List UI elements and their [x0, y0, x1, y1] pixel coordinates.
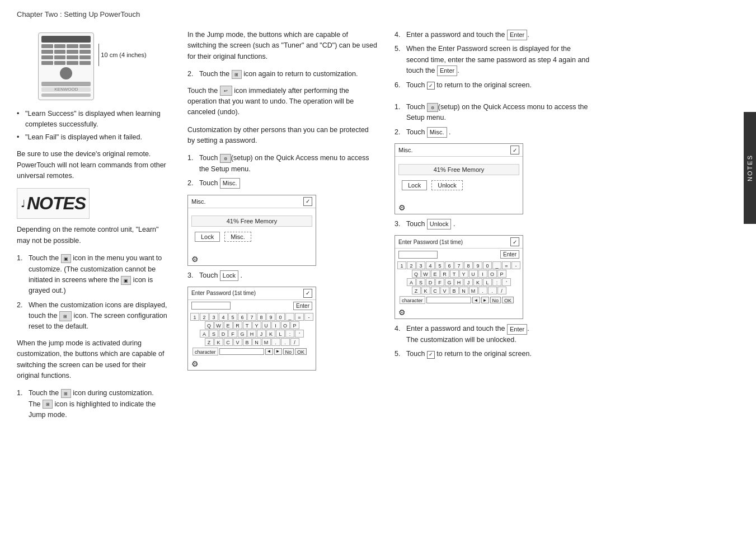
setup-icon-2: ⚙	[427, 103, 438, 112]
paragraph-be-sure: Be sure to use the device's original rem…	[17, 149, 168, 181]
col2-text3: Touch Lock .	[199, 270, 378, 281]
pw-key-p[interactable]: P	[290, 321, 299, 329]
col3-unlock-item2: 2. Touch Misc. .	[395, 127, 593, 138]
side-tab-text: NOTES	[746, 154, 753, 181]
pw-key-b[interactable]: B	[243, 338, 252, 346]
screen3-unlock-btn[interactable]: Unlock	[431, 180, 463, 190]
pw1-input-row: Enter	[188, 300, 316, 312]
pw-key-under[interactable]: _	[285, 313, 294, 321]
screen1-lock-btn[interactable]: Lock	[195, 232, 220, 242]
pw1-title: Enter Password (1st time)	[191, 290, 256, 296]
pw-key-9[interactable]: 9	[266, 313, 275, 321]
pw2-no-btn[interactable]: No	[490, 297, 501, 303]
col3-ul-text1: Touch ⚙(setup) on the Quick Access monu …	[406, 102, 593, 124]
col3-final-text4: Enter a password and touch the Enter.The…	[406, 324, 593, 345]
screen3-lock-btn[interactable]: Lock	[402, 180, 427, 190]
pw2-text-field[interactable]	[426, 297, 471, 303]
pw-right-arrow[interactable]: ►	[274, 348, 282, 355]
pw-key-w[interactable]: W	[214, 321, 223, 329]
pw-key-d[interactable]: D	[219, 330, 228, 338]
pw-key-u[interactable]: U	[262, 321, 271, 329]
pw-key-t[interactable]: T	[243, 321, 252, 329]
col3-item6: 6. Touch ✓ to return to the original scr…	[395, 80, 593, 91]
pw2-header: Enter Password (1st time) ✓	[395, 236, 523, 249]
pw-key-j[interactable]: J	[257, 330, 266, 338]
screen1-header: Misc. ✓	[188, 195, 316, 208]
screen-misc-1: Misc. ✓ 41% Free Memory Lock Misc. ⚙	[187, 195, 316, 266]
pw2-ok-btn[interactable]: OK	[502, 297, 514, 303]
pw-key-8[interactable]: 8	[257, 313, 266, 321]
jump-text-1: Touch the ⊞ icon during customization.Th…	[29, 388, 168, 420]
pw-key-k2[interactable]: K	[214, 338, 223, 346]
pw-key-y[interactable]: Y	[252, 321, 261, 329]
bullet-item-2: • "Lean Fail" is displayed when it faile…	[17, 132, 168, 143]
pw2-enter-btn[interactable]: Enter	[500, 250, 519, 259]
pw2-right-arrow[interactable]: ►	[481, 297, 489, 303]
screen-misc-2: Misc. ✓ 41% Free Memory Lock Unlock ⚙	[395, 143, 523, 214]
numbered-section-1: 1. Touch the ▣ icon in the menu you want…	[17, 253, 168, 332]
pw-left-arrow[interactable]: ◄	[265, 348, 273, 355]
col3-ul-num2: 2.	[395, 127, 403, 138]
pw-key-3[interactable]: 3	[209, 313, 218, 321]
pw1-input[interactable]	[191, 302, 231, 310]
pw-key-q[interactable]: Q	[205, 321, 214, 329]
pw-key-colon[interactable]: :	[285, 330, 294, 338]
pw-key-dot2[interactable]: .	[281, 338, 290, 346]
pw-key-a[interactable]: A	[200, 330, 209, 338]
pw-key-e[interactable]: E	[224, 321, 233, 329]
pw2-input[interactable]	[398, 251, 438, 259]
col3-final-text5: Touch ✓ to return to the original screen…	[406, 349, 593, 359]
pw-key-4[interactable]: 4	[219, 313, 228, 321]
pw2-left-arrow[interactable]: ◄	[472, 297, 480, 303]
col3-text4: Enter a password and touch the Enter.	[406, 30, 593, 40]
pw-key-eq[interactable]: =	[295, 313, 304, 321]
pw-key-6[interactable]: 6	[238, 313, 247, 321]
column-1: KENWOOD 10 cm (4 inches) •	[17, 30, 179, 426]
pw-key-2[interactable]: 2	[200, 313, 209, 321]
col3-numbered-1: 4. Enter a password and touch the Enter.…	[395, 30, 593, 91]
pw-key-dot1[interactable]: .	[271, 338, 280, 346]
bullet-dot-2: •	[17, 132, 22, 143]
col2-num2: 2.	[187, 69, 196, 79]
pw-key-g[interactable]: G	[238, 330, 247, 338]
col2-para2: Touch the ↩ icon immediately after perfo…	[187, 86, 378, 118]
pw-key-o[interactable]: O	[281, 321, 290, 329]
pw1-enter-btn[interactable]: Enter	[293, 302, 312, 310]
pw-key-h[interactable]: H	[247, 330, 256, 338]
pw-char-btn[interactable]: character	[192, 348, 218, 355]
col2-item3: 3. Touch Lock .	[187, 270, 378, 281]
lock-btn-label: Lock	[220, 270, 238, 281]
num-item-2: 2. When the customization icons are disp…	[17, 300, 168, 332]
pw-ok-btn[interactable]: OK	[295, 348, 307, 355]
screen1-misc-btn[interactable]: Misc.	[224, 232, 251, 242]
pw-key-k[interactable]: K	[266, 330, 275, 338]
pw-key-v[interactable]: V	[233, 338, 242, 346]
pw-key-minus[interactable]: -	[304, 313, 313, 321]
col2-text-undo: Touch the ↩ icon immediately after perfo…	[187, 87, 354, 116]
col2-numbered-1: 2. Touch the ⊞ icon again to return to c…	[187, 69, 378, 79]
pw1-keyboard: 1 2 3 4 5 6 7 8 9 0 _ = -	[188, 312, 316, 358]
pw-key-s[interactable]: S	[209, 330, 218, 338]
pw-key-f[interactable]: F	[228, 330, 237, 338]
pw2-bottom: character ◄ ► No OK	[397, 295, 520, 305]
pw-no-btn[interactable]: No	[283, 348, 294, 355]
notes-graphic: ♩ NOTES	[17, 188, 90, 219]
pw-text-field[interactable]	[219, 348, 264, 355]
numbered-section-jump: 1. Touch the ⊞ icon during customization…	[17, 388, 168, 420]
pw-key-m[interactable]: M	[262, 338, 271, 346]
pw-key-7[interactable]: 7	[247, 313, 256, 321]
screen3-title: Misc.	[398, 147, 413, 153]
pw-key-i[interactable]: I	[271, 321, 280, 329]
pw-key-quote[interactable]: '	[295, 330, 304, 338]
pw-key-c[interactable]: C	[224, 338, 233, 346]
pw-key-slash[interactable]: /	[290, 338, 299, 346]
pw2-char-btn[interactable]: character	[400, 296, 425, 304]
pw-key-0[interactable]: 0	[276, 313, 285, 321]
col3-num5: 5.	[395, 44, 403, 76]
pw-key-5[interactable]: 5	[228, 313, 237, 321]
pw-key-1[interactable]: 1	[190, 313, 199, 321]
pw-key-n[interactable]: N	[252, 338, 261, 346]
pw-key-z[interactable]: Z	[205, 338, 214, 346]
pw-key-r[interactable]: R	[233, 321, 242, 329]
pw-key-l[interactable]: L	[276, 330, 285, 338]
